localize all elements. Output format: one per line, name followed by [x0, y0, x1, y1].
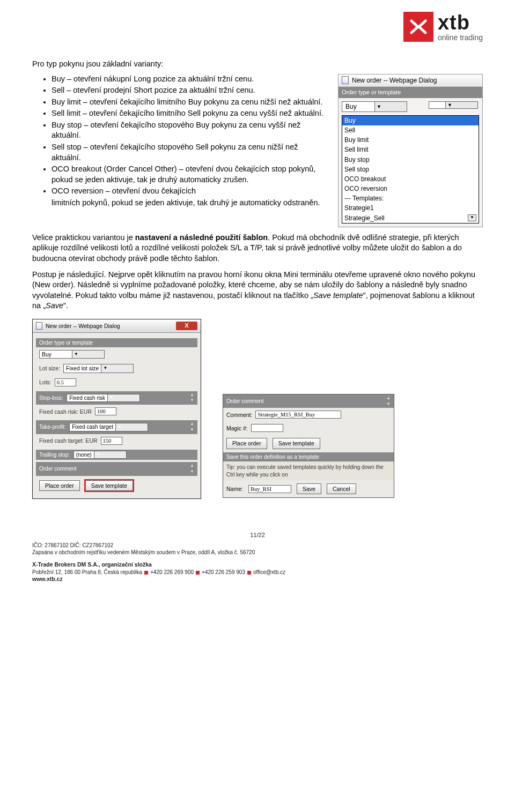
page-icon: [36, 322, 42, 330]
section-title: Order comment: [226, 398, 263, 405]
logo: xtb online trading: [403, 12, 483, 42]
sl-input[interactable]: [95, 407, 116, 415]
footer-company: X-Trade Brokers DM S.A., organizační slo…: [32, 561, 152, 568]
tp-input[interactable]: [101, 437, 122, 445]
place-order-button[interactable]: Place order: [226, 438, 267, 449]
page-icon: [342, 76, 349, 84]
text: Velice praktickou variantou je: [32, 233, 135, 242]
square-icon: [196, 571, 200, 575]
lots-input[interactable]: [55, 378, 76, 386]
collapse-icon[interactable]: ▲▼: [190, 463, 194, 475]
secondary-select[interactable]: ▼: [429, 101, 478, 109]
lot-size-label: Lot size:: [39, 364, 60, 372]
place-order-button[interactable]: Place order: [39, 480, 80, 491]
sl-row-label: Fixed cash risk: EUR: [39, 408, 92, 415]
dropdown-option[interactable]: Buy limit: [342, 135, 479, 145]
section-header: Save this order definition as a template: [223, 452, 394, 462]
dropdown-option[interactable]: OCO reversion: [342, 184, 479, 193]
select-value: Fixed lot size: [64, 364, 101, 372]
screenshot-new-order: New order -- Webpage Dialog X Order type…: [32, 319, 201, 499]
select-value: (none): [74, 451, 94, 459]
section-header: Take-profit: Fixed cash target▼ ▲▼: [36, 420, 197, 434]
page-number: 11/22: [32, 531, 483, 539]
chevron-down-icon: ▼: [115, 423, 148, 431]
section-header: Order comment ▲▼: [223, 394, 394, 408]
list-item: Sell – otevření prodejní Short pozice za…: [52, 85, 328, 96]
screenshot-save-template: Order comment ▲▼ Comment: Magic #: Place…: [223, 394, 394, 498]
magic-label: Magic #:: [226, 424, 248, 432]
select-value: Buy: [40, 351, 72, 358]
name-input[interactable]: [248, 485, 291, 493]
paragraph: Velice praktickou variantou je nastavení…: [32, 233, 483, 264]
collapse-icon[interactable]: ▲▼: [190, 392, 194, 404]
section-header: Order type or template: [36, 338, 197, 348]
chevron-down-icon: ▼: [101, 364, 133, 372]
section-title: Trailing stop:: [39, 452, 70, 458]
dropdown-option[interactable]: Strategie_Sell ▼: [342, 213, 479, 223]
footer-fax: +420 226 259 903: [202, 569, 245, 575]
dropdown-option[interactable]: Sell stop: [342, 165, 479, 174]
tip-text: Tip: you can execute saved templates qui…: [223, 461, 394, 480]
section-header: Order comment ▲▼: [36, 462, 197, 476]
dropdown-option[interactable]: Sell: [342, 125, 479, 135]
logo-icon: [403, 12, 433, 42]
footer-web: www.xtb.cz: [32, 576, 63, 582]
dialog-titlebar: New order -- Webpage Dialog: [339, 75, 482, 87]
chevron-down-icon: ▼: [468, 214, 476, 221]
tp-row-label: Fixed cash target: EUR: [39, 437, 98, 444]
comment-label: Comment:: [226, 411, 252, 419]
order-type-select[interactable]: Buy ▼: [342, 101, 407, 112]
list-item: Sell limit – otevření čekajícího limitní…: [52, 108, 328, 119]
logo-sub: online trading: [438, 34, 483, 41]
chevron-down-icon: ▼: [94, 451, 126, 459]
dropdown-option[interactable]: Buy: [342, 116, 479, 125]
collapse-icon[interactable]: ▲▼: [190, 421, 194, 433]
comment-input[interactable]: [255, 411, 341, 419]
chevron-down-icon: ▼: [72, 351, 104, 358]
dialog-title: New order -- Webpage Dialog: [352, 76, 437, 85]
paragraph: Postup je následující. Nejprve opět klik…: [32, 270, 483, 311]
square-icon: [144, 571, 148, 575]
list-item: Buy stop – otevření čekajícího stopového…: [52, 120, 328, 141]
cancel-button[interactable]: Cancel: [327, 483, 356, 494]
logo-brand: xtb: [438, 12, 483, 33]
list-item: OCO breakout (Order Cancel Other) – otev…: [52, 164, 328, 185]
dropdown-option[interactable]: Sell limit: [342, 145, 479, 154]
section-header: Order type or template: [339, 87, 482, 98]
chevron-down-icon: ▼: [445, 102, 477, 108]
close-button[interactable]: X: [176, 322, 197, 330]
dialog-titlebar: New order -- Webpage Dialog X: [33, 319, 201, 333]
lot-size-select[interactable]: Fixed lot size▼: [63, 364, 134, 373]
magic-input[interactable]: [251, 424, 283, 432]
dropdown-option[interactable]: OCO breakout: [342, 174, 479, 184]
save-template-button[interactable]: Save template: [85, 480, 133, 491]
section-title: Order comment: [39, 465, 76, 473]
footer-line: IČO: 27867102 DIČ: CZ27867102: [32, 542, 483, 549]
select-value: Buy: [342, 102, 374, 111]
dropdown-list[interactable]: Buy Sell Buy limit Sell limit Buy stop S…: [342, 115, 479, 224]
list-item-cont: limitních pokynů, pokud se jeden aktivuj…: [32, 198, 328, 208]
select-value: [429, 102, 445, 108]
screenshot-dropdown: New order -- Webpage Dialog Order type o…: [338, 74, 483, 227]
collapse-icon[interactable]: ▲▼: [386, 396, 391, 407]
order-type-select[interactable]: Buy▼: [39, 350, 105, 359]
save-button[interactable]: Save: [297, 483, 321, 494]
tp-select[interactable]: Fixed cash target▼: [69, 423, 148, 431]
intro-text: Pro typ pokynu jsou základní varianty:: [32, 59, 483, 70]
chevron-down-icon: ▼: [374, 102, 407, 111]
sl-select[interactable]: Fixed cash risk▼: [67, 394, 140, 403]
footer-address: Pobřežní 12, 186 00 Praha 8, Česká repub…: [32, 569, 142, 575]
text-italic: Save: [46, 301, 63, 310]
dialog-title: New order -- Webpage Dialog: [46, 322, 120, 330]
save-template-button[interactable]: Save template: [273, 438, 320, 449]
section-title: Take-profit:: [39, 424, 65, 430]
dropdown-option[interactable]: Buy stop: [342, 155, 479, 165]
dropdown-option[interactable]: Strategie1: [342, 203, 479, 213]
square-icon: [247, 571, 251, 575]
select-value: Fixed cash target: [70, 423, 115, 431]
trail-select[interactable]: (none)▼: [73, 451, 127, 459]
list-item: Sell stop – otevření čekajícího stopovéh…: [52, 142, 328, 163]
footer-phone: +420 226 269 900: [150, 569, 194, 575]
section-title: Stop-loss:: [39, 395, 63, 401]
dropdown-option[interactable]: --- Templates:: [342, 193, 479, 203]
